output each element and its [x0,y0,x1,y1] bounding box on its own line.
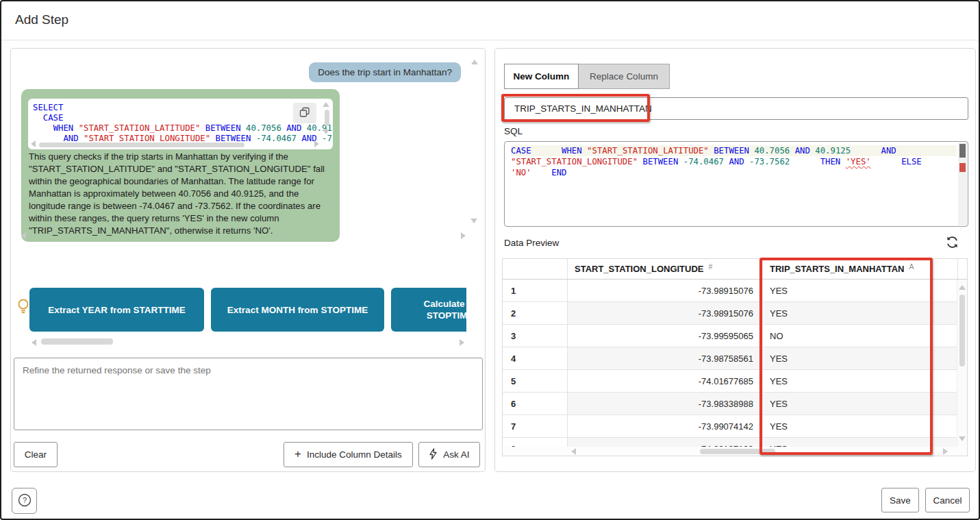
cancel-button[interactable]: Cancel [925,488,970,512]
sql-code-text: SELECT CASE WHEN "START_STATION_LATITUDE… [33,103,316,144]
table-cell: -74.01677685 [568,370,763,393]
chat-panel: Does the trip start in Manhattan? SELECT… [10,48,486,472]
ai-answer-bubble: SELECT CASE WHEN "START_STATION_LATITUDE… [21,89,340,242]
sql-editor[interactable]: CASE WHEN "START_STATION_LATITUDE" BETWE… [504,141,968,227]
text-type-icon: A [909,262,914,271]
sql-code-snippet: SELECT CASE WHEN "START_STATION_LATITUDE… [28,99,333,149]
table-scroll-right-icon[interactable] [943,448,948,455]
sql-editor-vscroll-thumb[interactable] [959,144,966,158]
code-scroll-right-icon[interactable] [314,140,319,147]
table-cell: -73.99074142 [568,415,763,438]
tab-replace-column[interactable]: Replace Column [579,64,670,89]
ai-explanation-text: This query checks if the trip starts in … [29,151,334,239]
column-panel: New Column Replace Column SQL CASE WHEN … [494,48,976,472]
table-cell: 3 [503,325,568,347]
code-hscroll-thumb[interactable] [39,143,244,147]
table-cell: -73.98915076 [568,280,763,302]
tab-new-column-label: New Column [514,71,570,82]
sql-editor-vscroll[interactable] [958,143,967,225]
copy-button[interactable] [293,103,316,123]
include-column-details-label: Include Column Details [307,449,402,460]
table-cell: YES [763,415,958,438]
save-button[interactable]: Save [881,488,919,512]
table-cell: YES [763,393,958,415]
tab-new-column[interactable]: New Column [504,64,579,89]
column-header-spacer [958,259,968,279]
preview-table-body: 1-73.98915076YES2-73.98915076YES3-73.995… [503,280,967,447]
suggestion-list: Extract YEAR from STARTTIMEExtract MONTH… [29,288,466,332]
ask-ai-label: Ask AI [443,449,469,460]
chat-scroll-down-icon[interactable] [470,219,477,223]
code-scroll-up-icon[interactable] [323,102,329,107]
plus-icon: + [294,447,301,461]
column-mode-tabs: New Column Replace Column [504,64,670,89]
copy-icon [299,107,310,120]
table-cell: -73.98338988 [568,393,763,415]
suggestion-button-1[interactable]: Extract YEAR from STARTTIME [29,288,204,332]
sql-section-label: SQL [504,126,523,136]
table-row: 3-73.99595065NO [503,325,967,347]
chat-scroll-up-icon[interactable] [471,60,478,64]
help-button[interactable]: ? [12,488,37,514]
table-cell: NO [763,325,958,347]
suggestion-scroll-left-icon[interactable] [32,339,36,346]
table-scroll-up-icon[interactable] [959,285,966,290]
prompt-input[interactable] [14,358,483,430]
table-cell: 5 [503,370,568,393]
add-step-dialog: Add Step Does the trip start in Manhatta… [0,0,980,520]
table-row: 2-73.98915076YES [503,302,967,325]
column-header-longitude[interactable]: START_STATION_LONGITUDE # [568,259,763,279]
code-scroll-down-icon[interactable] [323,129,329,134]
tab-replace-column-label: Replace Column [590,71,658,82]
save-button-label: Save [890,495,911,506]
svg-text:?: ? [22,496,26,504]
table-cell: 2 [503,302,568,325]
table-row: 6-73.98338988YES [503,393,967,415]
table-cell: 4 [503,347,568,370]
table-cell: -74.00197139 [568,438,763,447]
page-title: Add Step [15,12,68,27]
table-row: 4-73.98758561YES [503,347,967,370]
table-vscroll-thumb[interactable] [959,295,965,367]
user-question-bubble: Does the trip start in Manhattan? [309,62,461,82]
data-preview-table: START_STATION_LONGITUDE # TRIP_STARTS_IN… [502,258,968,456]
table-cell: YES [763,347,958,370]
table-cell: -73.99595065 [568,325,763,347]
chat-scroll-left-icon[interactable] [21,232,26,239]
table-scroll-left-icon[interactable] [571,448,576,455]
lightning-icon [429,448,438,462]
refresh-icon [945,241,959,251]
include-column-details-button[interactable]: + Include Column Details [284,442,413,467]
table-cell: YES [763,280,958,302]
table-cell: YES [763,370,958,393]
table-scroll-down-icon[interactable] [959,436,966,441]
sql-editor-error-marker [959,163,966,172]
table-row: 1-73.98915076YES [503,280,967,302]
sql-editor-text: CASE WHEN "START_STATION_LATITUDE" BETWE… [511,145,957,178]
dialog-header: Add Step [1,1,979,40]
suggestion-scroll-right-icon[interactable] [460,339,464,346]
suggestion-hscroll-thumb[interactable] [41,338,113,345]
numeric-type-icon: # [709,262,713,271]
code-scroll-left-icon[interactable] [31,140,36,147]
refresh-button[interactable] [944,235,960,251]
table-cell: 6 [503,393,568,415]
table-hscroll[interactable] [503,447,967,456]
table-header-row: START_STATION_LONGITUDE # TRIP_STARTS_IN… [503,259,967,280]
column-name-input[interactable] [504,97,968,120]
suggestion-button-2[interactable]: Extract MONTH from STOPTIME [211,288,384,332]
column-header-manhattan[interactable]: TRIP_STARTS_IN_MANHATTAN A [763,259,958,279]
column-header-rownum [503,259,568,279]
column-header-longitude-label: START_STATION_LONGITUDE [575,264,704,274]
code-vscroll-thumb[interactable] [325,110,329,126]
table-cell: -73.98915076 [568,302,763,325]
clear-button[interactable]: Clear [14,442,58,467]
cancel-button-label: Cancel [933,495,962,506]
table-vscroll[interactable] [957,280,967,447]
data-preview-label: Data Preview [504,238,559,248]
table-cell: 8 [503,438,568,447]
chat-scroll-right-icon[interactable] [461,232,466,239]
suggestion-button-3[interactable]: Calculate differeSTOPTIME and [391,288,466,332]
ask-ai-button[interactable]: Ask AI [418,442,480,467]
table-hscroll-thumb[interactable] [700,449,775,454]
